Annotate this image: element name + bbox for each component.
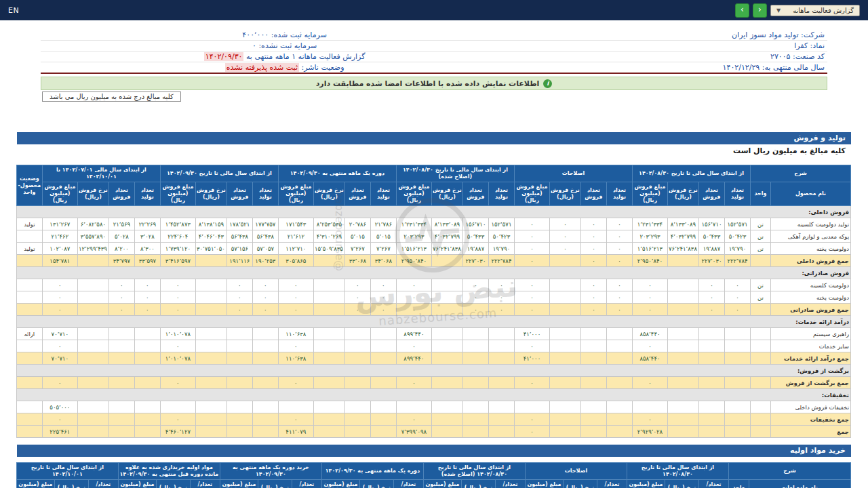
value-cell [606,426,632,438]
value-cell [606,328,632,340]
column-header: نرخ (ریال) [156,480,190,488]
value-cell: ۴٬۳۱۰٬۲۶۹ [313,230,344,243]
product-status-cell [16,377,42,389]
value-cell: ۱٬۴۵۲٬۸۷۳ [160,218,195,230]
next-report-button[interactable]: › [735,3,749,18]
table-row: پوکه معدنی و لوازم آهکیتن۵۰٬۴۲۳۵۰٬۴۳۳۴٬۰… [16,230,850,243]
value-cell: ۵۰٬۴۲۳ [724,230,750,243]
value-cell [195,340,226,352]
value-cell [77,352,108,365]
value-cell: ۳۳٬۰۶۸ [344,255,370,267]
value-cell [549,291,580,304]
value-cell: ۱۱۰٬۶۳۸ [278,328,313,340]
value-cell [698,426,724,438]
value-cell: ۸٬۲۵۳٬۵۳۵ [313,218,344,230]
value-cell: ۳٬۰۲۸ [134,230,160,243]
column-group-header: از ابتدای سال مالی تا تاریخ ۱۴۰۲/۰۸/۳۰ (… [423,463,525,480]
value-cell: ۰ [606,243,632,255]
value-cell: ۱۳۱٬۲۶۷ [42,218,77,230]
column-header: تعداد تولید [488,182,514,206]
value-cell [431,401,462,413]
value-cell: ۰ [698,291,724,304]
value-cell [698,377,724,389]
value-cell [632,401,667,413]
report-type-select[interactable]: گزارش فعالیت ماهانه ▼ [770,5,860,16]
value-cell [195,304,226,316]
value-cell: ۰ [42,304,77,316]
table-row: جمع تخفیفات۰۰۰۰۰۰ [16,413,850,426]
column-header: نرخ فروش (ریال) [431,182,462,206]
value-cell: ۱٬۲۳۱٬۳۳۴ [632,218,667,230]
value-cell: ۵٬۰۱۵ [370,230,396,243]
column-header: مبلغ (میلیون ریال) [321,480,359,488]
column-header: نرخ (ریال) [461,480,495,488]
product-name-cell: دولومیت پخته [771,243,851,255]
column-header: تعداد/مقدار [495,480,525,488]
value-cell: ۰ [396,304,431,316]
value-cell [77,328,108,340]
value-cell: ۸٬۳۰۰ [134,243,160,255]
product-name-cell: راهبری سیستم [771,328,851,340]
table-row: جمع فروش صادراتی۰۰۰۰۰۰۰۰۰۰۰۰۰۰۰۰۰۰ [16,304,850,316]
value-cell [108,328,134,340]
column-header: تعداد تولید [252,182,278,206]
column-header: تعداد/مقدار [88,480,118,488]
company-info-row: سال مالی منتهی به: ۱۴۰۲/۱۲/۲۹وضعیت ناشر:… [41,62,827,74]
value-cell [134,377,160,389]
value-cell [698,328,724,340]
value-cell [580,328,606,340]
value-cell: ۵۰٬۴۲۳ [488,230,514,243]
value-cell: ۸۹۹٬۴۴۰ [396,328,431,340]
value-cell [396,401,431,413]
value-cell [195,328,226,340]
column-header: مبلغ فروش (میلیون ریال) [396,182,431,206]
column-group-header: دوره یک ماهه منتهی به ۱۴۰۲/۰۹/۳۰ [321,463,423,480]
value-cell: ۲۲۷٬۰۳۰ [462,255,488,267]
column-header: مبلغ (میلیون ریال) [423,480,461,488]
table-body: فروش داخلی:تولید دولومیت کلسینهتن۱۵۲٬۵۷۱… [16,206,850,438]
info-label: سال مالی منتهی به: [760,63,825,72]
value-cell [252,328,278,340]
column-group-header: از ابتدای سال مالی تا تاریخ ۱۴۰۲/۰۹/۳۰ [160,165,278,182]
million-rial-note: کلیه مبالغ درج شده به میلیون ریال می باش… [42,92,181,102]
column-header: نام ماده اولیه [749,480,851,488]
column-header: واحد [750,182,770,206]
value-cell: ۰ [278,413,313,426]
value-cell [549,377,580,389]
value-cell [667,377,698,389]
value-cell: ۴۱٬۰۰۰ [514,328,549,340]
language-switch-en[interactable]: EN [8,6,19,15]
value-cell [370,328,396,340]
value-cell: ۰ [632,279,667,291]
value-cell [488,328,514,340]
unit-cell [750,304,770,316]
value-cell [313,401,344,413]
value-cell [370,401,396,413]
value-cell: ۰ [514,377,549,389]
column-group-header: اصلاحات [525,463,627,480]
value-cell: ۱۷۷٬۷۵۷ [252,218,278,230]
column-group-header: از ابتدای سال مالی ۱۴۰۲/۰۷/۰۱ تا ۱۴۰۲/۱۰… [42,165,160,182]
value-cell [313,426,344,438]
value-cell [431,304,462,316]
column-header: نرخ (ریال) [54,480,88,488]
value-cell [77,426,108,438]
company-info-center-cell: وضعیت ناشر: ثبت شده پذیرفته نشده [41,62,528,74]
value-cell [549,426,580,438]
value-cell: ۰ [724,304,750,316]
value-cell [344,426,370,438]
value-cell: ۰ [606,279,632,291]
company-info-right-cell: سال مالی منتهی به: ۱۴۰۲/۱۲/۲۹ [528,62,827,74]
report-type-select-label: گزارش فعالیت ماهانه [793,7,854,14]
value-cell [549,255,580,267]
value-cell [549,328,580,340]
column-header: نرخ (ریال) [665,480,698,488]
company-info-row: شرکت: تولید مواد نسوز ایرانسرمایه ثبت شد… [41,30,827,41]
value-cell [313,340,344,352]
value-cell: ۵۰٬۴۳۳ [462,230,488,243]
value-cell [252,426,278,438]
value-cell [667,340,698,352]
value-cell: ۸۵۸٬۴۴۰ [632,328,667,340]
previous-report-button[interactable]: ‹ [753,3,767,18]
value-cell [724,426,750,438]
